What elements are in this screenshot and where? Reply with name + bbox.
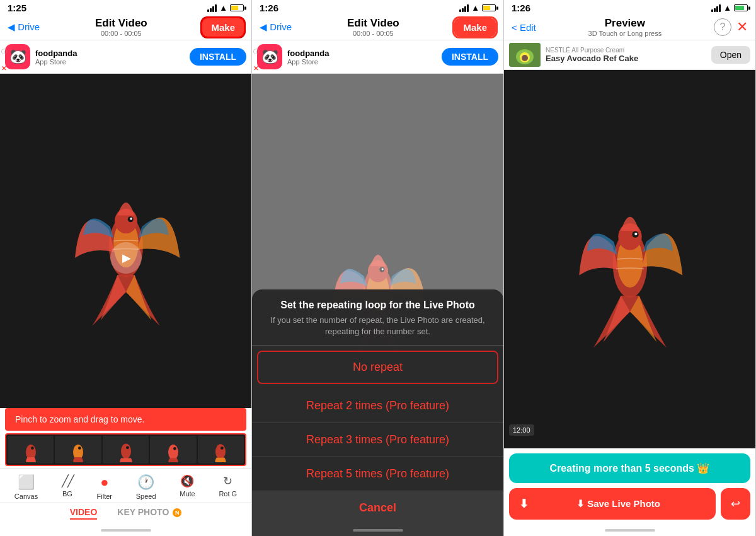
filter-label-1: Filter (97, 492, 112, 500)
home-indicator-3 (504, 525, 755, 536)
mute-icon-1: 🔇 (180, 474, 194, 488)
preview-back-button[interactable]: < Edit (512, 22, 536, 33)
back-button-1[interactable]: ◀ Drive (8, 21, 40, 33)
tool-rotate-1[interactable]: ↻ Rot G (219, 474, 237, 500)
panda-icon-2: 🐼 (261, 49, 278, 65)
ad-app-icon-1: 🐼 (5, 44, 30, 69)
ad-close-button-1[interactable]: ✕ (1, 65, 6, 72)
video-area-1: ▶ (0, 74, 251, 408)
modal-option-repeat2[interactable]: Repeat 2 times (Pro feature) (252, 389, 503, 423)
canvas-icon-1: ⬜ (18, 474, 35, 491)
modal-option-no-repeat[interactable]: No repeat (257, 351, 498, 384)
modal-option-repeat3[interactable]: Repeat 3 times (Pro feature) (252, 423, 503, 457)
svg-point-11 (168, 445, 178, 460)
share-button-3[interactable]: ↩ (721, 488, 750, 520)
ad-store-1: App Store (35, 58, 185, 66)
battery-icon-2 (482, 4, 496, 11)
canvas-label-1: Canvas (14, 492, 38, 500)
svg-point-13 (215, 444, 226, 459)
video-duration-2: 00:00 - 00:05 (292, 30, 454, 37)
modal-title: Set the repeating loop for the Live Phot… (252, 300, 503, 315)
tool-speed-1[interactable]: 🕐 Speed (136, 474, 156, 500)
close-button[interactable]: ✕ (736, 19, 748, 35)
preview-nav: < Edit Preview 3D Touch or Long press ? … (504, 15, 755, 40)
status-icons-2: ▲ (459, 3, 496, 13)
svg-point-23 (522, 55, 528, 61)
video-duration-1: 00:00 - 00:05 (40, 30, 202, 37)
save-live-photo-button[interactable]: ⬇ ⬇ Save Live Photo (509, 488, 716, 520)
preview-subtitle: 3D Touch or Long press (536, 30, 714, 37)
ad-info-2: foodpanda App Store (287, 49, 437, 66)
fish-display-3 (504, 70, 755, 448)
make-button-1[interactable]: Make (202, 18, 244, 37)
film-fish-5 (208, 437, 233, 462)
status-bar-3: 1:26 ▲ (504, 0, 755, 15)
help-button[interactable]: ? (714, 18, 731, 36)
fish-svg-1 (69, 153, 183, 329)
ad-brand-3: NESTLÉ All Purpose Cream (546, 47, 706, 54)
save-row: ⬇ ⬇ Save Live Photo ↩ (509, 488, 750, 520)
status-icons-3: ▲ (711, 3, 748, 13)
modal-cancel-button[interactable]: Cancel (252, 491, 503, 525)
filmstrip-1[interactable] (5, 433, 246, 466)
home-indicator-1 (0, 525, 251, 536)
tab-video-1[interactable]: VIDEO (70, 507, 98, 520)
speed-label-1: Speed (136, 492, 156, 500)
film-frame-4 (150, 436, 196, 463)
back-button-2[interactable]: ◀ Drive (260, 21, 292, 33)
fish-svg-3 (576, 161, 684, 357)
svg-point-12 (173, 447, 176, 450)
film-frame-1 (8, 436, 54, 463)
action-buttons-3: Creating more than 5 seconds 👑 ⬇ ⬇ Save … (504, 448, 755, 525)
tool-mute-1[interactable]: 🔇 Mute (180, 474, 195, 500)
open-button-3[interactable]: Open (711, 46, 750, 64)
panel-2: 1:26 ▲ ◀ Drive Edit Video 00:00 - 00:05 … (252, 0, 504, 536)
ad-close-button-2[interactable]: ✕ (253, 65, 258, 72)
tab-key-photo-1[interactable]: KEY PHOTO N (117, 507, 181, 520)
preview-title-area: Preview 3D Touch or Long press (536, 17, 714, 37)
nav-title-2: Edit Video 00:00 - 00:05 (292, 17, 454, 37)
panda-icon-1: 🐼 (9, 49, 26, 65)
wifi-icon-3: ▲ (723, 3, 731, 13)
rotate-icon-1: ↻ (223, 474, 232, 488)
status-icons-1: ▲ (207, 3, 244, 13)
repeat-modal: Set the repeating loop for the Live Phot… (252, 289, 503, 536)
ad-text-3: NESTLÉ All Purpose Cream Easy Avocado Re… (546, 47, 706, 64)
play-button-1[interactable]: ▶ (110, 242, 142, 274)
tool-filter-1[interactable]: ● Filter (97, 474, 112, 500)
creating-button-3[interactable]: Creating more than 5 seconds 👑 (509, 453, 750, 483)
nav-bar-2: ◀ Drive Edit Video 00:00 - 00:05 Make (252, 15, 503, 40)
mute-label-1: Mute (180, 490, 195, 498)
key-photo-badge-1: N (173, 508, 181, 517)
time-1: 1:25 (8, 3, 26, 13)
ad-image-3 (509, 43, 541, 67)
film-fish-3 (113, 437, 139, 462)
battery-icon-3 (734, 4, 748, 11)
ad-info-icon-1: ⓘ (1, 48, 7, 56)
install-button-2[interactable]: INSTALL (442, 48, 498, 66)
panel-3: 1:26 ▲ < Edit Preview 3D Touch or Long p… (504, 0, 756, 536)
save-label: ⬇ Save Live Photo (531, 498, 706, 510)
rotate-label-1: Rot G (219, 490, 237, 498)
preview-title: Preview (536, 17, 714, 30)
ad-banner-3: NESTLÉ All Purpose Cream Easy Avocado Re… (504, 40, 755, 70)
install-button-1[interactable]: INSTALL (190, 48, 246, 66)
download-icon: ⬇ (519, 497, 529, 511)
share-icon: ↩ (731, 498, 740, 510)
time-2: 1:26 (260, 3, 278, 13)
film-fish-4 (161, 437, 186, 462)
svg-point-9 (121, 443, 131, 458)
ad-store-2: App Store (287, 58, 437, 66)
svg-point-4 (130, 218, 132, 220)
make-button-2[interactable]: Make (454, 18, 496, 37)
panel-1: 1:25 ▲ ◀ Drive Edit Video 00:00 - 00:05 … (0, 0, 252, 536)
signal-icon-3 (711, 4, 721, 12)
modal-option-repeat5[interactable]: Repeat 5 times (Pro feature) (252, 457, 503, 491)
ad-banner-2: ⓘ 🐼 foodpanda App Store INSTALL ✕ (252, 40, 503, 74)
battery-icon-1 (230, 4, 244, 11)
tool-bg-1[interactable]: ╱╱ BG (62, 474, 73, 500)
tool-canvas-1[interactable]: ⬜ Canvas (14, 474, 38, 500)
ad-app-icon-2: 🐼 (257, 44, 282, 69)
ad-app-name-2: foodpanda (287, 49, 437, 58)
svg-point-6 (31, 446, 34, 450)
